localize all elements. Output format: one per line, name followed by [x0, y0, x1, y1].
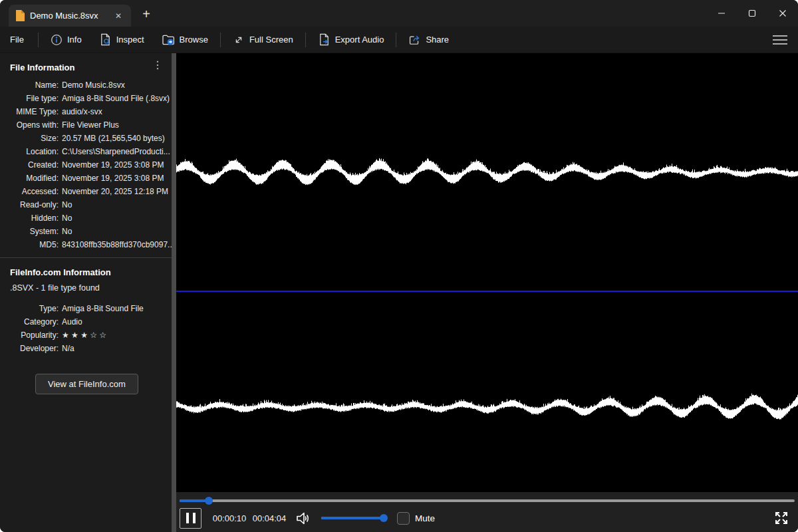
export-audio-button[interactable]: Export Audio	[309, 30, 393, 50]
menu-icon[interactable]	[771, 33, 789, 47]
toolbar-separator	[220, 33, 221, 47]
toolbar-separator	[396, 33, 396, 47]
row-value: Amiga 8-Bit Sound File (.8svx)	[62, 92, 172, 105]
kebab-menu-icon[interactable]: ⋮	[149, 59, 166, 72]
pause-icon	[186, 513, 189, 523]
row-value: File Viewer Plus	[62, 118, 172, 132]
file-menu-label: File	[10, 35, 24, 45]
mute-label: Mute	[415, 513, 435, 523]
row-label: Size:	[0, 132, 59, 145]
full-screen-button[interactable]: Full Screen	[224, 30, 302, 50]
panel-splitter[interactable]	[172, 53, 176, 532]
close-button[interactable]	[767, 0, 798, 27]
toolbar: File Info Inspect	[0, 27, 798, 53]
row-label: Category:	[0, 315, 59, 329]
volume-fill	[321, 517, 384, 519]
fullscreen-expand-icon[interactable]	[773, 509, 790, 527]
share-button[interactable]: Share	[400, 30, 458, 50]
row-label: MIME Type:	[0, 105, 59, 118]
info-label: Info	[67, 35, 82, 45]
full-screen-icon	[233, 34, 245, 46]
export-audio-icon	[318, 33, 331, 46]
file-icon	[15, 10, 25, 21]
row-value: 20.57 MB (21,565,540 bytes)	[62, 132, 172, 145]
inspect-icon	[99, 33, 112, 46]
view-at-fileinfo-button[interactable]: View at FileInfo.com	[35, 374, 138, 394]
row-value: No	[62, 211, 172, 225]
share-label: Share	[426, 35, 449, 45]
browse-icon	[162, 33, 175, 46]
row-value: No	[62, 225, 172, 238]
volume-thumb[interactable]	[380, 514, 388, 522]
row-value: November 19, 2025 3:08 PM	[62, 158, 172, 172]
new-tab-button[interactable]: +	[136, 4, 156, 24]
export-audio-label: Export Audio	[335, 35, 384, 45]
title-bar: Demo Music.8svx ✕ +	[0, 0, 798, 27]
row-label: Type:	[0, 302, 59, 315]
browse-button[interactable]: Browse	[153, 30, 217, 50]
fileinfo-subtitle: .8SVX - 1 file type found	[0, 283, 172, 302]
volume-slider[interactable]	[321, 517, 386, 519]
row-label: Modified:	[0, 172, 59, 185]
document-tab[interactable]: Demo Music.8svx ✕	[9, 5, 131, 27]
row-label: Accessed:	[0, 185, 59, 198]
row-value: Audio	[62, 315, 172, 329]
player-controls: 00:00:10 00:04:04 Mute	[180, 507, 790, 529]
browse-label: Browse	[180, 35, 208, 45]
row-label: Popularity:	[0, 329, 59, 342]
pause-button[interactable]	[180, 508, 201, 529]
row-value: November 20, 2025 12:18 PM	[62, 185, 172, 198]
tab-title: Demo Music.8svx	[30, 11, 108, 21]
row-label: File type:	[0, 92, 59, 105]
file-information-title: File Information	[0, 53, 172, 78]
toolbar-separator	[305, 33, 306, 47]
share-icon	[408, 33, 421, 46]
row-label: Read-only:	[0, 198, 59, 211]
row-label: Name:	[0, 78, 59, 92]
maximize-button[interactable]	[737, 0, 767, 27]
player-bar: 00:00:10 00:04:04 Mute	[176, 492, 798, 532]
row-value: C:\Users\SharpenedProducti...	[62, 145, 172, 158]
row-label: Location:	[0, 145, 59, 158]
row-value: audio/x-svx	[62, 105, 172, 118]
row-label: System:	[0, 225, 59, 238]
row-label: Created:	[0, 158, 59, 172]
progress-slider[interactable]	[180, 499, 795, 502]
info-icon	[51, 34, 63, 46]
speaker-icon[interactable]	[295, 510, 311, 527]
row-value: N/a	[62, 342, 172, 355]
total-time: 00:04:04	[251, 513, 288, 523]
fileinfo-table: Type: Amiga 8-Bit Sound File Category: A…	[0, 302, 172, 355]
minimize-button[interactable]	[706, 0, 737, 27]
audio-viewer: 00:00:10 00:04:04 Mute	[176, 53, 798, 532]
info-button[interactable]: Info	[42, 30, 90, 50]
toolbar-separator	[38, 33, 39, 47]
tab-close-icon[interactable]: ✕	[112, 10, 124, 22]
row-value: Demo Music.8svx	[62, 78, 172, 92]
mute-checkbox[interactable]	[397, 512, 410, 525]
window-controls	[706, 0, 798, 27]
file-information-table: Name: Demo Music.8svx File type: Amiga 8…	[0, 78, 172, 251]
row-value: Amiga 8-Bit Sound File	[62, 302, 172, 315]
app-window: Demo Music.8svx ✕ + File	[0, 0, 798, 532]
current-time: 00:00:10	[211, 513, 248, 523]
progress-thumb[interactable]	[205, 497, 213, 505]
channel-divider-line	[176, 291, 798, 292]
info-sidebar: ⋮ File Information Name: Demo Music.8svx…	[0, 53, 172, 532]
waveform-display	[176, 53, 798, 492]
row-label: Opens with:	[0, 118, 59, 132]
popularity-stars: ★ ★ ★ ☆ ☆	[62, 329, 172, 342]
row-label: MD5:	[0, 238, 59, 251]
row-value: 843108ffb35b88ffd370cb9097...	[62, 238, 172, 251]
file-menu[interactable]: File	[10, 30, 35, 50]
fileinfo-section-title: FileInfo.com Information	[0, 258, 172, 283]
row-value: November 19, 2025 3:08 PM	[62, 172, 172, 185]
full-screen-label: Full Screen	[249, 35, 293, 45]
inspect-label: Inspect	[116, 35, 144, 45]
pause-icon	[193, 513, 196, 523]
row-label: Developer:	[0, 342, 59, 355]
row-label: Hidden:	[0, 211, 59, 225]
row-value: No	[62, 198, 172, 211]
inspect-button[interactable]: Inspect	[90, 30, 153, 50]
